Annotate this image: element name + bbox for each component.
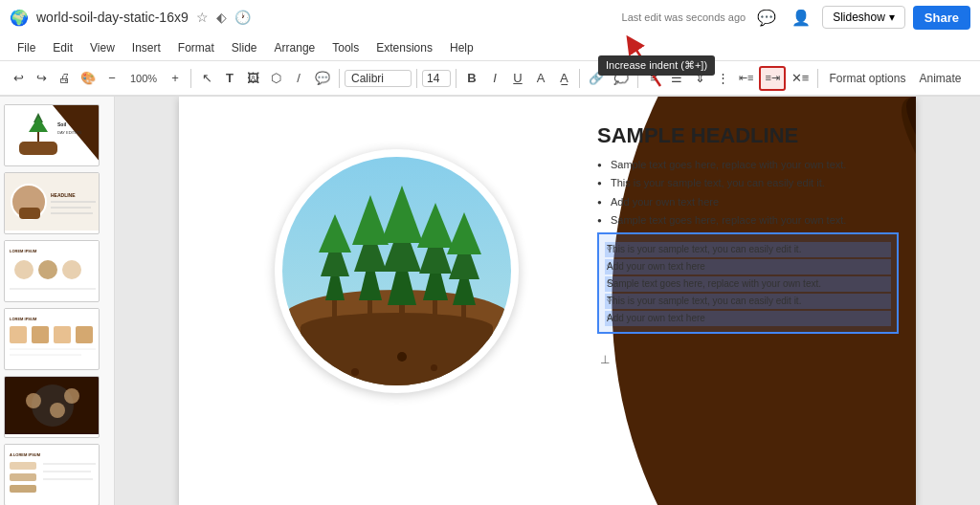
image-button[interactable]: 🖼 (242, 66, 263, 91)
menu-format[interactable]: Format (170, 39, 222, 56)
svg-rect-28 (54, 326, 71, 343)
text-selection-box[interactable]: This is your sample text, you can easily… (597, 232, 899, 334)
svg-text:HEADLINE: HEADLINE (51, 192, 76, 198)
font-size-selector[interactable]: 14 (422, 70, 451, 87)
slide-thumbnail-3[interactable]: LOREM IPSUM (4, 240, 100, 302)
bullet-list: Sample text goes here, replace with your… (597, 158, 899, 229)
soil-dot-2 (397, 352, 407, 362)
thumb-svg-5 (5, 377, 100, 434)
svg-rect-40 (10, 473, 36, 481)
bullet-item-1: Sample text goes here, replace with your… (597, 158, 899, 172)
tooltip-text: Increase indent (⌘+]) (598, 55, 715, 76)
svg-rect-5 (19, 142, 57, 155)
svg-rect-68 (461, 305, 466, 322)
menu-insert[interactable]: Insert (124, 39, 168, 56)
menu-extensions[interactable]: Extensions (368, 39, 440, 56)
drive-icon[interactable]: ⬖ (216, 10, 227, 25)
thumb-svg-1: Soil DAY EDITION (5, 105, 100, 163)
svg-text:Soil: Soil (57, 121, 67, 127)
svg-marker-51 (319, 214, 351, 252)
zoom-out-button[interactable]: − (101, 66, 122, 91)
svg-rect-27 (32, 326, 49, 343)
slide-thumb-wrapper-2: 2 HEADLINE (4, 172, 110, 234)
menu-edit[interactable]: Edit (45, 39, 80, 56)
svg-marker-59 (381, 186, 423, 243)
redo-button[interactable]: ↪ (31, 66, 52, 91)
animate-button[interactable]: Animate (913, 69, 967, 88)
share-button[interactable]: Share (913, 6, 970, 30)
menu-bar: File Edit View Insert Format Slide Arran… (0, 34, 980, 61)
slide-thumbnail-2[interactable]: HEADLINE (4, 172, 100, 234)
toolbar: ↩ ↪ 🖨 🎨 − 100% + ↖ T 🖼 ⬡ / 💬 Calibri 14 … (0, 61, 980, 96)
decrease-indent-button[interactable]: ⇤≡ (735, 66, 757, 91)
menu-arrange[interactable]: Arrange (267, 39, 323, 56)
last-edit-text: Last edit was seconds ago (622, 11, 746, 23)
slide-thumbnail-4[interactable]: LOREM IPSUM (4, 308, 100, 370)
paint-format-button[interactable]: 🎨 (77, 66, 100, 91)
bullet-list-button[interactable]: ⋮ (712, 66, 733, 91)
menu-help[interactable]: Help (442, 39, 481, 56)
menu-tools[interactable]: Tools (324, 39, 367, 56)
shape-button[interactable]: ⬡ (265, 66, 286, 91)
soil-dot-1 (351, 368, 359, 376)
cursor-button[interactable]: ↖ (196, 66, 217, 91)
text-content-area[interactable]: SAMPLE HEADLINE Sample text goes here, r… (597, 123, 899, 334)
separator-5 (579, 69, 580, 88)
text-button[interactable]: T (219, 66, 240, 91)
history-icon[interactable]: 🕐 (234, 10, 251, 25)
thumb-svg-2: HEADLINE (5, 173, 100, 231)
svg-rect-64 (433, 300, 437, 319)
bullet-item-3: Add your own text here (597, 195, 899, 209)
slide-panel: 1 Soil DAY EDITION 2 (0, 97, 115, 505)
svg-point-22 (62, 260, 81, 279)
increase-indent-button[interactable]: ≡⇥ (759, 66, 785, 91)
print-button[interactable]: 🖨 (54, 66, 75, 91)
thumb-svg-3: LOREM IPSUM (5, 241, 100, 298)
svg-point-36 (64, 388, 79, 404)
clear-formatting-button[interactable]: ✕≡ (788, 66, 813, 91)
svg-point-35 (50, 403, 65, 418)
undo-button[interactable]: ↩ (8, 66, 29, 91)
svg-point-34 (26, 393, 41, 408)
zoom-level[interactable]: 100% (124, 66, 163, 91)
doc-title: world-soil-day-static-16x9 (36, 10, 189, 25)
comment-button[interactable]: 💬 (311, 66, 334, 91)
canvas-area: SAMPLE HEADLINE Sample text goes here, r… (115, 97, 980, 505)
font-selector[interactable]: Calibri (345, 70, 412, 87)
slide-thumb-wrapper-5: 5 (4, 376, 110, 438)
sub-bullet-list: This is your sample text, you can easily… (605, 242, 891, 326)
sub-bullet-4: This is your sample text, you can easily… (605, 294, 891, 309)
separator-4 (456, 69, 457, 88)
svg-rect-60 (399, 305, 405, 322)
slideshow-button[interactable]: Slideshow ▾ (822, 6, 905, 29)
font-color-button[interactable]: A (530, 66, 551, 91)
separator-7 (817, 69, 818, 88)
sub-bullet-1: This is your sample text, you can easily… (605, 242, 891, 257)
underline-button[interactable]: U (507, 66, 528, 91)
menu-view[interactable]: View (82, 39, 122, 56)
menu-file[interactable]: File (10, 39, 43, 56)
resize-handle[interactable]: ⊥ (600, 353, 610, 366)
comments-button[interactable]: 💬 (753, 7, 780, 29)
italic-button[interactable]: I (484, 66, 505, 91)
menu-slide[interactable]: Slide (224, 39, 265, 56)
thumb-svg-4: LOREM IPSUM (5, 309, 100, 366)
trees-svg (282, 166, 512, 339)
zoom-in-button[interactable]: + (165, 66, 186, 91)
slide-thumb-wrapper-1: 1 Soil DAY EDITION (4, 104, 110, 166)
tree-circle-illustration (275, 149, 519, 393)
svg-text:LOREM IPSUM: LOREM IPSUM (10, 317, 37, 321)
svg-marker-67 (447, 212, 481, 254)
star-icon[interactable]: ☆ (196, 10, 209, 25)
slide-thumbnail-6[interactable]: A LOREM IPSUM (4, 444, 100, 505)
bold-button[interactable]: B (461, 66, 482, 91)
chat-button[interactable]: 👤 (788, 7, 814, 29)
slide-thumbnail-1[interactable]: Soil DAY EDITION (4, 104, 100, 166)
svg-rect-26 (10, 326, 27, 343)
format-options-button[interactable]: Format options (823, 69, 911, 88)
svg-point-20 (14, 260, 33, 279)
slide-thumbnail-5[interactable] (4, 376, 100, 438)
line-button[interactable]: / (288, 66, 309, 91)
highlight-button[interactable]: A̲ (553, 66, 574, 91)
slide-canvas[interactable]: SAMPLE HEADLINE Sample text goes here, r… (179, 97, 916, 505)
